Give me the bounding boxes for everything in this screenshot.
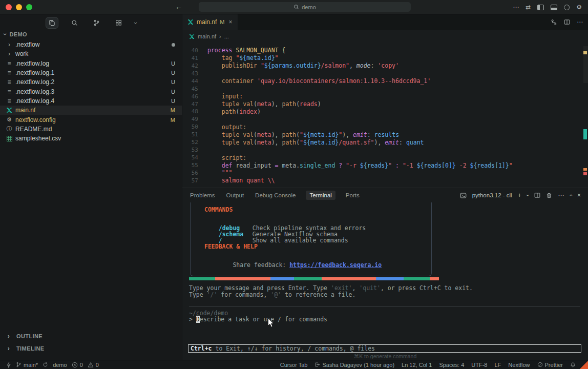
search-icon[interactable]	[69, 17, 80, 28]
maximize-panel-icon[interactable]: ›	[568, 194, 574, 196]
file-item-main.nf[interactable]: main.nf M	[0, 106, 182, 115]
git-branch-status[interactable]: main*	[16, 362, 38, 368]
notifications[interactable]	[570, 362, 576, 368]
account-icon[interactable]	[564, 5, 570, 10]
eol-sequence[interactable]: LF	[495, 362, 501, 368]
command-center-search[interactable]: demo	[199, 2, 411, 12]
terminal-hint-line-2: Type '/' for commands, '@' to reference …	[189, 292, 355, 298]
split-terminal-icon[interactable]	[534, 192, 540, 198]
log-file-icon: ≡	[7, 97, 11, 105]
file-item-.nextflow.log.1[interactable]: ≡ .nextflow.log.1 U	[0, 68, 182, 77]
file-item-.nextflow.log.4[interactable]: ≡ .nextflow.log.4 U	[0, 96, 182, 106]
code-line-43: 43	[182, 70, 588, 77]
split-editor-icon[interactable]	[564, 19, 570, 25]
explorer-section-header[interactable]: › DEMO	[4, 31, 27, 38]
more-actions-icon[interactable]: ⋯	[577, 19, 583, 25]
trash-icon[interactable]	[546, 192, 552, 199]
source-control-graph-icon[interactable]	[551, 19, 557, 26]
git-status-badge: M	[171, 117, 175, 123]
git-status-badge: U	[171, 98, 175, 104]
source-control-icon[interactable]	[91, 17, 102, 28]
terminal-prompt-input[interactable]: > Describe a task or use / for commands	[189, 316, 327, 323]
overview-ruler	[583, 43, 587, 188]
breadcrumb[interactable]: main.nf › ...	[182, 30, 588, 43]
file-item-.nextflow.log.2[interactable]: ≡ .nextflow.log.2 U	[0, 77, 182, 87]
file-item-.nextflow.log[interactable]: ≡ .nextflow.log U	[0, 59, 182, 68]
code-editor[interactable]: 40 process SALMON_QUANT { 41 tag "${meta…	[182, 43, 588, 188]
nextflow-icon	[187, 19, 194, 25]
code-line-51: 51 tuple val(meta), path("${meta.id}"), …	[182, 131, 588, 138]
gradient-segment	[376, 277, 404, 280]
remote-indicator[interactable]	[6, 362, 11, 368]
minimize-window-button[interactable]	[16, 4, 22, 10]
encoding[interactable]: UTF-8	[471, 362, 487, 368]
search-icon	[293, 4, 299, 10]
new-terminal-icon[interactable]: +	[518, 192, 521, 198]
search-value: demo	[302, 4, 316, 10]
gradient-segment	[404, 277, 430, 280]
gradient-segment	[322, 277, 376, 280]
bell-icon	[570, 362, 576, 368]
git-blame[interactable]: Sasha Dagayev (1 hour ago)	[314, 362, 394, 368]
brand-gradient-bar	[189, 277, 439, 280]
chevron-down-icon[interactable]: ›	[524, 194, 531, 196]
sync-changes[interactable]	[43, 362, 48, 367]
file-item-README.md[interactable]: ⓘ README.md	[0, 125, 182, 134]
terminal-separator	[189, 306, 580, 307]
file-item-.nextflow[interactable]: › .nextflow	[0, 40, 182, 49]
file-item-work[interactable]: › work	[0, 49, 182, 58]
file-item-nextflow.config[interactable]: ⚙ nextflow.config M	[0, 115, 182, 124]
outline-section[interactable]: › OUTLINE	[4, 332, 45, 341]
prompt-char: >	[189, 316, 196, 323]
project-name-label: DEMO	[9, 31, 27, 37]
terminal-hint-line-1: Type your message and press Enter. Type …	[189, 285, 473, 291]
gear-icon: ⚙	[7, 116, 12, 123]
git-status-badge: U	[171, 79, 175, 85]
gradient-segment	[189, 277, 215, 280]
extensions-icon[interactable]	[113, 17, 124, 28]
code-lines: 40 process SALMON_QUANT { 41 tag "${meta…	[182, 43, 588, 184]
file-item-samplesheet.csv[interactable]: samplesheet.csv	[0, 134, 182, 143]
git-status-badge: U	[171, 60, 175, 67]
close-panel-icon[interactable]: ×	[577, 192, 581, 198]
terminal-keybind-bar: Ctrl+c to Exit, ↑/↓ for history, / comma…	[188, 344, 581, 353]
settings-gear-icon[interactable]: ⚙	[576, 4, 582, 10]
back-icon[interactable]: ←	[175, 3, 182, 11]
timeline-section[interactable]: › TIMELINE	[4, 344, 45, 353]
close-window-button[interactable]	[6, 4, 12, 10]
project-label[interactable]: demo	[53, 362, 67, 368]
chevron-down-icon[interactable]: ›	[132, 22, 139, 24]
panel-tab-output[interactable]: Output	[225, 191, 245, 200]
command-row: /debugCheck pipeline syntax and errors	[204, 219, 431, 225]
problems-warnings[interactable]: 0	[88, 362, 99, 368]
gradient-segment	[294, 277, 322, 280]
terminal-icon	[460, 192, 467, 199]
close-tab-icon[interactable]: ×	[229, 18, 233, 26]
explorer-copy-icon[interactable]	[46, 17, 58, 29]
toggle-sidebar-icon[interactable]	[537, 5, 544, 10]
code-line-41: 41 tag "${meta.id}"	[182, 54, 588, 62]
panel-tab-terminal[interactable]: Terminal	[306, 191, 335, 200]
panel-tab-debug-console[interactable]: Debug Console	[254, 191, 297, 200]
more-actions-icon[interactable]: ⋯	[513, 4, 519, 10]
panel-tab-ports[interactable]: Ports	[345, 191, 361, 200]
swap-arrows-icon[interactable]: ⇄	[526, 4, 531, 10]
feedback-link[interactable]: https://feedback.seqera.io	[289, 261, 382, 269]
tab-main-nf[interactable]: main.nf M ×	[182, 14, 238, 30]
indentation[interactable]: Spaces: 4	[439, 362, 464, 368]
toggle-panel-icon[interactable]	[551, 5, 557, 10]
cursor-tab-toggle[interactable]: Cursor Tab	[280, 362, 308, 368]
more-actions-icon[interactable]: ⋯	[558, 192, 564, 198]
maximize-window-button[interactable]	[26, 4, 32, 10]
shell-session-label[interactable]: python3.12 - cli	[472, 192, 512, 198]
editor-region: main.nf M × ⋯ main.nf › ... 40 process S…	[182, 14, 588, 188]
file-item-.nextflow.log.3[interactable]: ≡ .nextflow.log.3 U	[0, 87, 182, 96]
nextflow-icon	[6, 107, 12, 113]
panel-tab-problems[interactable]: Problems	[189, 191, 216, 200]
formatter-status[interactable]: Prettier	[537, 362, 563, 368]
problems-errors[interactable]: 0	[72, 362, 83, 368]
notification-corner-badge	[580, 361, 588, 369]
cursor-position[interactable]: Ln 12, Col 1	[402, 362, 432, 368]
sync-icon	[43, 362, 48, 367]
language-mode[interactable]: Nextflow	[508, 362, 530, 368]
